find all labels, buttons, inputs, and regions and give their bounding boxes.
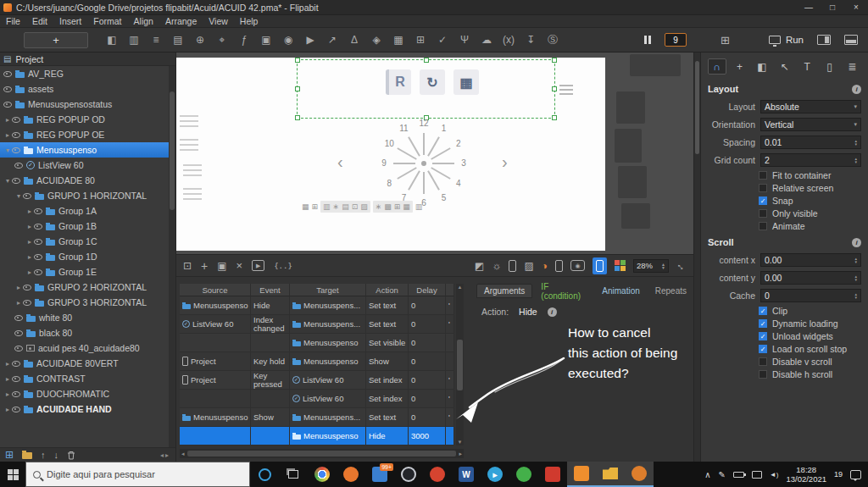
widget-outline[interactable] [180,139,198,154]
check-circle-icon[interactable]: ✓ [436,34,449,46]
checkbox[interactable] [759,222,767,230]
menu-arrange[interactable]: Arrange [159,16,203,26]
taskbar-app-telegram[interactable]: ▸ [481,462,509,487]
eye-icon[interactable] [23,283,31,291]
taskbar-search[interactable]: Digite aqui para pesquisar [25,462,250,487]
formula-icon[interactable]: ƒ [237,34,251,46]
menu-edit[interactable]: Edit [26,16,53,26]
table-icon[interactable]: ⊞ [394,202,401,211]
check-relative-screen[interactable]: Relative screen [701,181,868,194]
project-tree-scrollbar[interactable] [169,66,175,447]
menu-format[interactable]: Format [87,16,127,26]
field-spacing-control[interactable]: 0.01▴▾ [760,136,861,149]
delete-action-icon[interactable]: × [236,259,243,272]
minimize-button[interactable]: — [797,0,821,14]
info-icon[interactable]: i [852,238,861,247]
column-header-event[interactable]: Event [251,284,290,296]
eye-icon[interactable] [12,359,20,368]
web-icon[interactable]: ⊕ [193,34,207,46]
cell-action[interactable]: Set text [366,296,409,314]
cell-target[interactable]: Menususpenso [290,427,366,445]
cell-target[interactable]: ✓ListView 60 [290,390,366,407]
tray-expand-icon[interactable]: ∧ [704,470,710,479]
preview-portrait-icon[interactable] [817,35,831,45]
grid-icon[interactable]: ▦ [453,69,479,95]
check-only-visible[interactable]: Only visible [701,207,868,219]
eye-icon[interactable] [23,298,31,307]
chevron-left-icon[interactable]: ‹ [337,152,343,172]
canvas-scrollbar[interactable] [693,53,700,462]
taskbar-app-obs[interactable] [394,462,423,487]
cell-event[interactable]: Hide [251,296,290,314]
cell-delay[interactable]: 0 [409,296,446,314]
tree-item-white-80[interactable]: white 80 [0,310,169,325]
add-widget-icon[interactable]: ⊞ [5,449,14,461]
tree-item-assets[interactable]: assets [0,81,169,97]
cell-event[interactable] [251,427,290,445]
offcanvas-widget[interactable] [616,91,645,124]
offcanvas-widget[interactable] [621,203,650,229]
column-header-target[interactable]: Target [290,284,366,296]
cell-source[interactable]: Project [180,352,251,370]
fill-tool-icon[interactable]: ◧ [753,58,771,75]
grid-toggle-icon[interactable]: ⊞ [721,34,730,47]
expander-icon[interactable]: ▸ [25,223,34,230]
volume-icon[interactable]: ◄) [770,471,779,479]
close-button[interactable]: × [844,0,868,14]
import-icon[interactable]: ↧ [524,34,537,46]
info-icon[interactable]: i [852,85,861,94]
expander-icon[interactable]: ▸ [3,390,12,398]
offcanvas-widget[interactable] [630,54,681,76]
eye-icon[interactable] [34,237,42,246]
magnet-tool-icon[interactable]: ∩ [708,58,726,75]
tree-item-group-1d[interactable]: ▸Group 1D [0,249,169,264]
taskbar-app-pdf-reader[interactable] [538,462,567,487]
taskbar-app-flipabit[interactable] [567,462,596,487]
cell-source[interactable]: ✓ListView 60 [180,315,251,333]
cell-action[interactable]: Set text [366,315,409,333]
tree-item-group-1a[interactable]: ▸Group 1A [0,203,169,219]
field-cache-control[interactable]: 0▴▾ [760,289,861,302]
eye-icon[interactable] [3,85,12,93]
tree-item-group-1e[interactable]: ▸Group 1E [0,264,169,279]
new-folder-icon[interactable] [22,451,32,459]
cell-action[interactable]: Set text [366,408,409,426]
eye-icon[interactable] [12,390,20,398]
table-icon[interactable]: ⊞ [414,34,427,46]
tray-clock[interactable]: 18:28 13/02/2021 [786,465,826,484]
cube-icon[interactable]: ◈ [370,34,383,46]
menu-view[interactable]: View [203,16,234,26]
shade-icon[interactable]: ▩ [384,202,392,211]
eye-icon[interactable] [12,130,20,139]
cell-source[interactable]: Project [180,371,251,389]
menu-insert[interactable]: Insert [53,16,87,26]
preview-eye-icon[interactable]: ◉ [570,260,585,271]
expander-icon[interactable]: ▸ [25,268,34,276]
select-tool-icon[interactable]: ↖ [776,58,794,75]
check-snap[interactable]: ✓Snap [701,194,868,207]
action-row[interactable]: MenususpensoShowMenususpens...Set text0' [180,408,454,427]
menu-help[interactable]: Help [234,16,264,26]
offcanvas-widget[interactable] [615,129,642,163]
sticker-icon[interactable]: Ⓢ [546,33,559,47]
cell-action[interactable]: Show [366,352,409,370]
tree-item-menususpensostatus[interactable]: Menususpensostatus [0,97,169,112]
tree-item-menususpenso[interactable]: ▾Menususpenso [0,142,169,158]
cell-action[interactable]: Set visible [366,334,409,351]
capture-icon[interactable]: ◩ [475,260,484,272]
calendar-icon[interactable]: ▦ [392,34,405,46]
checkbox[interactable] [759,370,767,379]
cell-action[interactable]: Set index [366,371,409,389]
cell-event[interactable] [251,390,290,407]
cell-source[interactable] [180,390,251,407]
tree-item-acuidade-80[interactable]: ▾ACUIDADE 80 [0,173,169,188]
column-header-source[interactable]: Source [180,284,251,296]
cloud-icon[interactable]: ☁ [480,34,493,46]
preview-landscape-icon[interactable] [844,35,858,45]
cell-source[interactable]: Menususpenso [180,408,251,426]
code-view-icon[interactable]: {..} [274,262,292,270]
cortana-button[interactable] [250,462,279,487]
check-load-on-scroll-stop[interactable]: ✓Load on scroll stop [701,342,868,355]
tab-repeats[interactable]: Repeats [648,284,693,298]
check-fit-to-container[interactable]: Fit to container [701,169,868,181]
